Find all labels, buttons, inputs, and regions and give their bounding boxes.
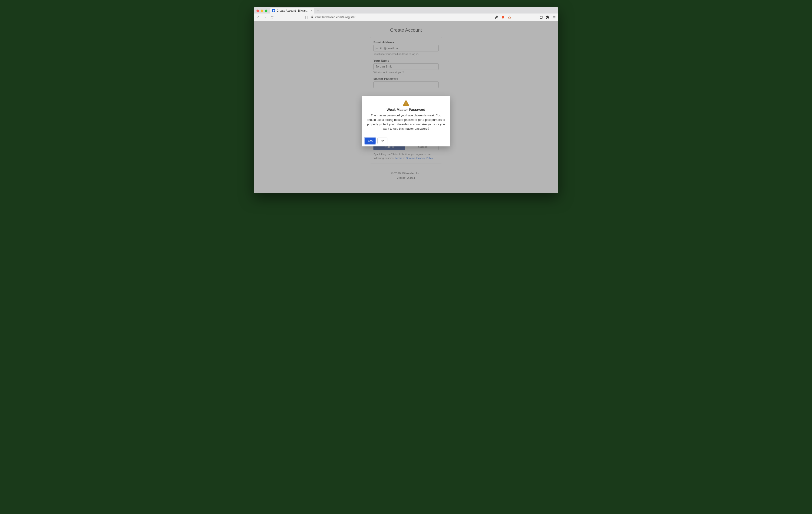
address-bar[interactable]: vault.bitwarden.com/#/register [311, 16, 355, 19]
browser-window: Create Account | Bitwarden Web × + vault… [254, 7, 558, 193]
browser-tab[interactable]: Create Account | Bitwarden Web × [270, 8, 314, 13]
modal-yes-button[interactable]: Yes [365, 138, 376, 144]
minimize-window-button[interactable] [261, 9, 263, 12]
svg-rect-2 [406, 104, 406, 105]
tab-title: Create Account | Bitwarden Web [277, 9, 309, 12]
close-window-button[interactable] [257, 9, 259, 12]
forward-button[interactable] [263, 15, 268, 20]
brave-rewards-icon[interactable] [507, 15, 512, 20]
modal-text: The master password you have chosen is w… [366, 113, 446, 131]
tab-strip: Create Account | Bitwarden Web × + [254, 7, 558, 13]
url-text: vault.bitwarden.com/#/register [315, 16, 355, 19]
brave-shield-icon[interactable] [501, 15, 505, 20]
key-icon[interactable] [494, 15, 499, 20]
modal-no-button[interactable]: No [377, 138, 387, 144]
reload-button[interactable] [269, 15, 274, 20]
bookmark-icon[interactable] [304, 15, 309, 20]
back-button[interactable] [256, 15, 261, 20]
svg-rect-1 [406, 102, 406, 104]
page-viewport: Create Account Email Address You'll use … [254, 21, 558, 193]
modal-title: Weak Master Password [366, 108, 446, 111]
warning-icon [366, 100, 446, 106]
bitwarden-favicon [272, 9, 275, 12]
maximize-window-button[interactable] [265, 9, 267, 12]
weak-password-modal: Weak Master Password The master password… [362, 96, 450, 146]
bitwarden-extension-icon[interactable] [539, 15, 544, 20]
extensions-icon[interactable] [545, 15, 550, 20]
new-tab-button[interactable]: + [315, 7, 321, 13]
close-tab-icon[interactable]: × [311, 9, 313, 12]
window-controls [256, 9, 269, 13]
browser-toolbar: vault.bitwarden.com/#/register [254, 13, 558, 21]
lock-icon [311, 16, 314, 19]
menu-icon[interactable] [552, 15, 556, 20]
